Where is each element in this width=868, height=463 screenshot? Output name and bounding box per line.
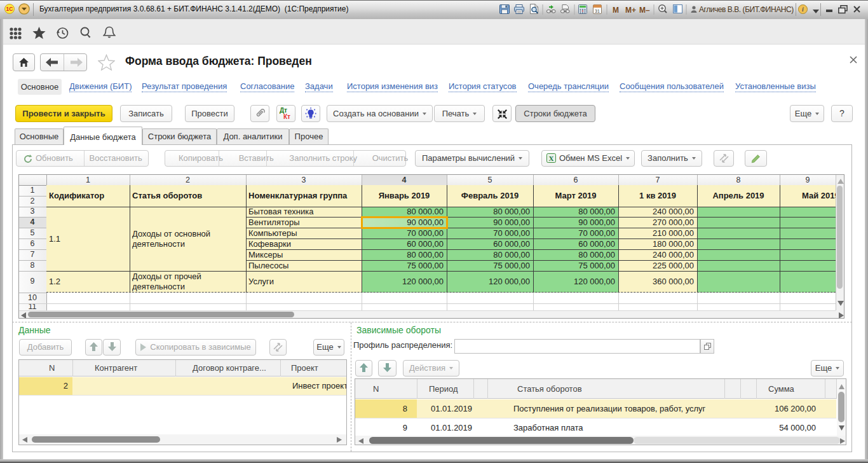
svg-text:M+: M+ <box>625 6 636 15</box>
svg-text:31: 31 <box>595 9 600 13</box>
svg-text:M: M <box>613 6 619 15</box>
svg-text:X: X <box>548 155 553 162</box>
svg-text:i: i <box>802 6 804 13</box>
svg-text:1С: 1С <box>6 6 13 12</box>
svg-text:M–: M– <box>639 6 650 15</box>
